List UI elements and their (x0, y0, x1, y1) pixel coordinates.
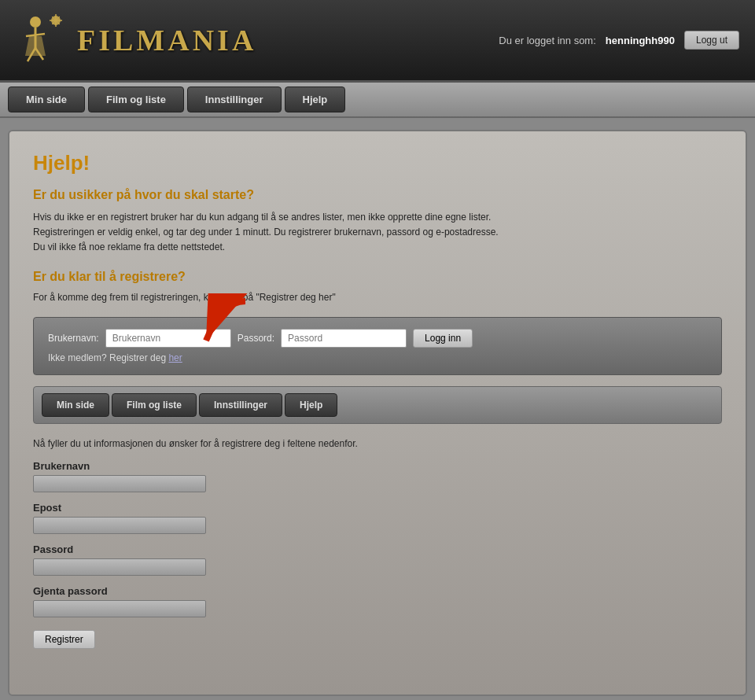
form-gjenta-passord-input[interactable] (33, 600, 206, 617)
svg-point-5 (30, 17, 41, 28)
nav-tab-min-side[interactable]: Min side (8, 87, 85, 112)
form-brukernavn-label: Brukernavn (33, 460, 722, 472)
page-title: Hjelp! (33, 151, 722, 175)
svg-marker-10 (25, 36, 46, 56)
navbar: Min side Film og liste Innstillinger Hje… (0, 83, 755, 118)
register-submit-button[interactable]: Registrer (33, 630, 95, 649)
subtitle-1: Er du usikker på hvor du skal starte? (33, 188, 722, 202)
login-area: Brukernavn: Passord: Logg inn Ikke medle… (33, 317, 722, 375)
brukernavn-input[interactable] (105, 329, 231, 348)
svg-line-7 (26, 34, 45, 36)
nav-tab-innstillinger[interactable]: Innstillinger (187, 87, 282, 112)
form-brukernavn-input[interactable] (33, 475, 206, 492)
nav-tab-hjelp[interactable]: Hjelp (285, 87, 346, 112)
nav-tab-film[interactable]: Film og liste (88, 87, 184, 112)
form-epost-label: Epost (33, 502, 722, 514)
logout-button[interactable]: Logg ut (684, 31, 739, 50)
mini-nav-film[interactable]: Film og liste (112, 393, 197, 417)
header-right: Du er logget inn som: henninghh990 Logg … (499, 31, 739, 50)
mini-nav-min-side[interactable]: Min side (42, 393, 109, 417)
logo-icon (16, 11, 71, 70)
arrow-container: Brukernavn: Passord: Logg inn Ikke medle… (33, 317, 722, 375)
not-member-text: Ikke medlem? Registrer deg (48, 352, 166, 363)
passord-input[interactable] (281, 329, 407, 348)
register-here-link[interactable]: her (168, 352, 182, 363)
main-content: Hjelp! Er du usikker på hvor du skal sta… (8, 130, 747, 696)
register-prompt: For å komme deg frem til registreringen,… (33, 292, 722, 303)
brukernavn-label: Brukernavn: (48, 333, 99, 344)
logged-in-label: Du er logget inn som: (499, 35, 596, 46)
form-gjenta-passord-label: Gjenta passord (33, 585, 722, 597)
logg-inn-button[interactable]: Logg inn (413, 329, 473, 348)
passord-label: Passord: (238, 333, 274, 344)
subtitle-2: Er du klar til å registrere? (33, 270, 722, 284)
reg-intro: Nå fyller du ut informasjonen du ønsker … (33, 438, 722, 449)
form-passord-input[interactable] (33, 558, 206, 576)
intro-text: Hvis du ikke er en registrert bruker har… (33, 210, 722, 256)
logo-text: FILMANIA (77, 23, 256, 57)
mini-nav: Min side Film og liste Innstillinger Hje… (33, 386, 722, 424)
mini-nav-innstillinger[interactable]: Innstillinger (199, 393, 282, 417)
form-epost-input[interactable] (33, 517, 206, 534)
username-display: henninghh990 (606, 35, 675, 46)
register-link-row: Ikke medlem? Registrer deg her (48, 352, 707, 363)
mini-nav-hjelp[interactable]: Hjelp (285, 393, 337, 417)
form-passord-label: Passord (33, 543, 722, 555)
login-row: Brukernavn: Passord: Logg inn (48, 329, 707, 348)
header: FILMANIA Du er logget inn som: henninghh… (0, 0, 755, 83)
logo-area: FILMANIA (16, 11, 256, 70)
